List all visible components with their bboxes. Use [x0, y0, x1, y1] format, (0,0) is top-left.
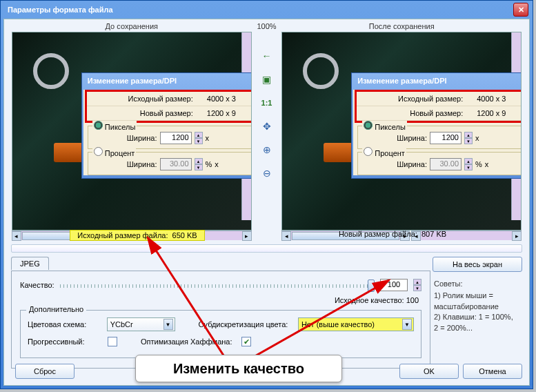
dialog-window: Параметры формата файла ✕ До сохранения … — [0, 0, 533, 389]
width-pct-input[interactable]: 30.00 — [160, 158, 192, 170]
new-size-label: Новый размер: — [94, 109, 207, 117]
quality-slider[interactable] — [60, 278, 375, 292]
chevron-down-icon: ▼ — [402, 319, 412, 330]
quality-label: Качество: — [20, 281, 54, 289]
width-label: Ширина: — [127, 134, 157, 142]
subsample-label: Субдискретизация цвета: — [199, 320, 295, 329]
side-panel: На весь экран Советы: 1) Ролик мыши = ма… — [433, 257, 522, 335]
window-title: Параметры формата файла — [5, 6, 513, 14]
compare-slider[interactable] — [11, 244, 522, 253]
huffman-label: Оптимизация Хаффмана: — [141, 337, 239, 346]
new-size-value: 1200 x 9 — [207, 109, 248, 117]
colorscheme-label: Цветовая схема: — [28, 320, 104, 329]
resize-dialog-before: Изменение размера/DPI Исходный размер:40… — [81, 72, 252, 179]
src-filesize-highlight: Исходный размер файла: 650 KB — [70, 230, 204, 241]
fit-icon[interactable]: ▣ — [259, 72, 275, 87]
width-px-input[interactable]: 1200 — [160, 132, 192, 144]
orig-quality-label: Исходное качество: — [335, 296, 404, 304]
ok-button[interactable]: OK — [399, 364, 459, 379]
src-size-label: Исходный размер: — [94, 95, 207, 103]
resize-dialog-after: Изменение размера/DPI Исходный размер:40… — [351, 72, 522, 179]
preview-after-column: После сохранения Изменение размера/DPI И… — [279, 21, 524, 255]
progressive-label: Прогрессивный: — [28, 337, 105, 346]
preview-after[interactable]: Изменение размера/DPI Исходный размер:40… — [281, 32, 522, 231]
subsample-combo[interactable]: Нет (выше качество)▼ — [298, 317, 414, 331]
progressive-checkbox[interactable] — [108, 337, 117, 346]
before-label: До сохранения — [10, 21, 254, 32]
center-toolbar: 100% ← ▣ 1:1 ✥ ⊕ ⊖ — [254, 21, 280, 255]
format-tabs: JPEG Качество: 100 ▲▼ Исходное качество:… — [11, 257, 430, 369]
close-button[interactable]: ✕ — [513, 3, 528, 17]
src-size-value: 4000 x 3 — [207, 95, 248, 103]
after-label: После сохранения — [279, 21, 524, 32]
annotation-callout: Изменить качество — [135, 355, 342, 382]
huffman-checkbox[interactable]: ✔ — [241, 337, 251, 346]
quality-spinner[interactable]: ▲▼ — [413, 279, 421, 291]
extra-legend: Дополнительно — [26, 305, 86, 313]
cancel-button[interactable]: Отмена — [463, 364, 522, 379]
fullscreen-button[interactable]: На весь экран — [433, 257, 522, 272]
quality-thumb[interactable] — [368, 280, 375, 292]
size-info-highlight: Исходный размер:4000 x 3 Новый размер:12… — [85, 90, 252, 123]
client-area: До сохранения Изменение размера/DPI Исхо… — [3, 19, 530, 386]
new-filesize: Новый размер файла: 807 KB — [265, 230, 520, 242]
onetoone-button[interactable]: 1:1 — [259, 95, 275, 110]
chevron-down-icon: ▼ — [163, 319, 173, 330]
zoom-label: 100% — [254, 21, 280, 32]
tab-panel-jpeg: Качество: 100 ▲▼ Исходное качество: 100 … — [11, 271, 430, 369]
width-pct-spinner[interactable]: ▲▼ — [195, 158, 203, 170]
percent-group: Процент Ширина: 30.00 ▲▼ % x — [88, 152, 252, 175]
width-px-spinner[interactable]: ▲▼ — [195, 132, 203, 144]
resize-dialog-title: Изменение размера/DPI — [82, 73, 252, 88]
pixels-radio[interactable] — [94, 121, 103, 130]
preview-before-column: До сохранения Изменение размера/DPI Исхо… — [10, 21, 254, 255]
percent-radio[interactable] — [94, 147, 103, 156]
preview-area: До сохранения Изменение размера/DPI Исхо… — [10, 21, 524, 255]
colorscheme-combo[interactable]: YCbCr▼ — [107, 317, 175, 331]
reset-button[interactable]: Сброс — [15, 364, 75, 379]
preview-before[interactable]: Изменение размера/DPI Исходный размер:40… — [12, 32, 252, 231]
titlebar: Параметры формата файла ✕ — [1, 1, 533, 19]
move-icon[interactable]: ✥ — [259, 119, 275, 134]
zoom-out-icon[interactable]: ⊖ — [259, 166, 275, 181]
filesize-row: Исходный размер файла: 650 KB Новый разм… — [10, 230, 524, 242]
quality-input[interactable]: 100 — [380, 279, 408, 291]
orig-quality-value: 100 — [406, 296, 419, 304]
back-icon[interactable]: ← — [259, 48, 275, 63]
extra-fieldset: Дополнительно Цветовая схема: YCbCr▼ Суб… — [20, 310, 421, 358]
zoom-in-icon[interactable]: ⊕ — [259, 142, 275, 157]
pixels-group: Пикселы Ширина: 1200 ▲▼ x — [88, 126, 252, 149]
tab-jpeg[interactable]: JPEG — [11, 257, 49, 270]
close-icon: ✕ — [518, 6, 524, 14]
tips-text: Советы: 1) Ролик мыши = масштабирование … — [433, 277, 522, 335]
